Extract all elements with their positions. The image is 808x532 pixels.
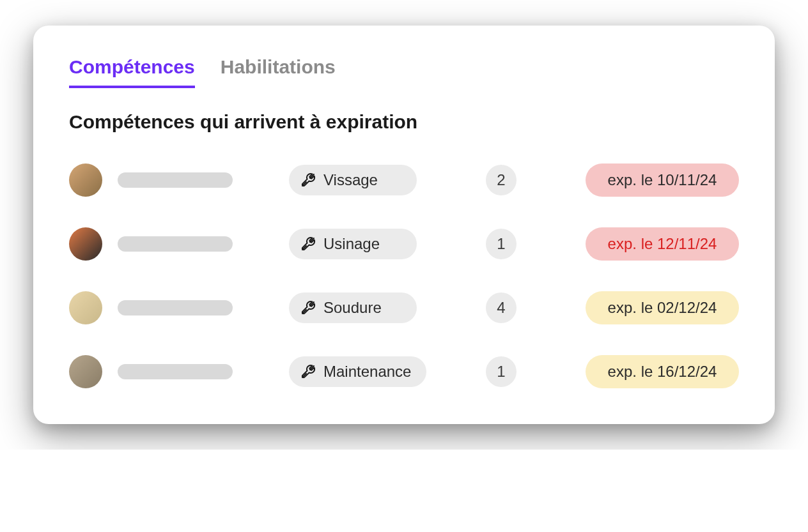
name-placeholder [118,172,233,188]
skill-label: Vissage [323,171,378,189]
table-row: Maintenance 1 exp. le 16/12/24 [69,355,739,388]
skill-rows: Vissage 2 exp. le 10/11/24 Usinage 1 exp… [69,163,739,388]
tab-competences[interactable]: Compétences [69,56,195,88]
expiry-badge: exp. le 10/11/24 [586,163,739,197]
avatar [69,227,102,261]
count-badge: 2 [486,165,517,195]
expiry-badge: exp. le 02/12/24 [586,291,739,324]
avatar [69,291,102,324]
tools-icon [300,172,316,188]
skill-label: Usinage [323,235,380,253]
avatar [69,355,102,388]
avatar [69,163,102,197]
tools-icon [300,364,316,379]
expiry-badge: exp. le 12/11/24 [586,227,739,261]
tab-habilitations[interactable]: Habilitations [221,56,336,88]
name-placeholder [118,300,233,315]
name-placeholder [118,236,233,252]
table-row: Vissage 2 exp. le 10/11/24 [69,163,739,197]
skill-pill[interactable]: Maintenance [289,356,426,387]
tools-icon [300,236,316,252]
skill-label: Maintenance [323,363,411,381]
name-placeholder [118,364,233,379]
skill-label: Soudure [323,299,382,317]
skill-pill[interactable]: Soudure [289,293,417,323]
count-badge: 1 [486,356,517,387]
expiry-badge: exp. le 16/12/24 [586,355,739,388]
table-row: Soudure 4 exp. le 02/12/24 [69,291,739,324]
count-badge: 4 [486,293,517,323]
table-row: Usinage 1 exp. le 12/11/24 [69,227,739,261]
expiring-skills-card: Compétences Habilitations Compétences qu… [33,26,775,424]
skill-pill[interactable]: Usinage [289,229,417,259]
tabs: Compétences Habilitations [69,56,739,88]
tools-icon [300,300,316,315]
count-badge: 1 [486,229,517,259]
skill-pill[interactable]: Vissage [289,165,417,195]
section-title: Compétences qui arrivent à expiration [69,111,739,133]
